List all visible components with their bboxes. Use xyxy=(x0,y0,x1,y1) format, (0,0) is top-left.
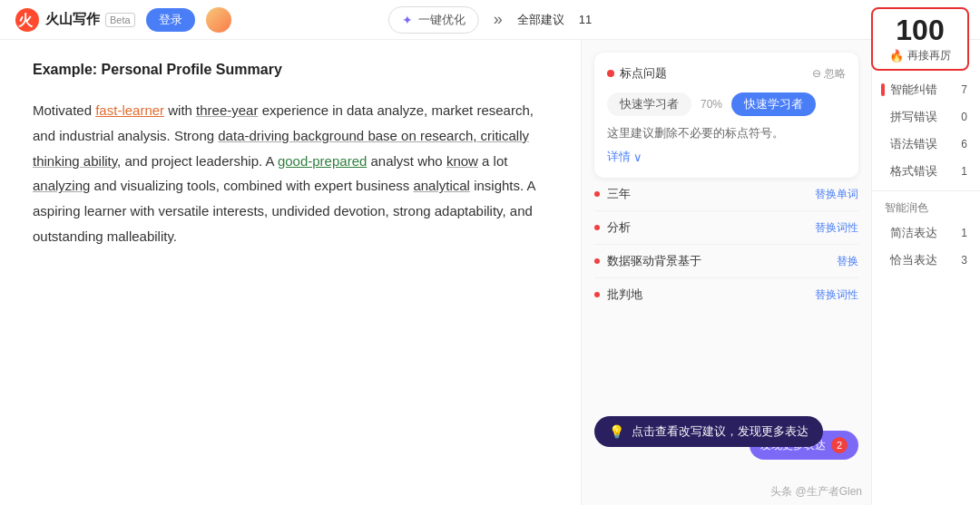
card-tag-label: 标点问题 xyxy=(620,65,667,82)
svg-text:火: 火 xyxy=(17,13,34,28)
list-item[interactable]: 三年 替换单词 xyxy=(594,178,858,211)
sidebar-item-format[interactable]: 格式错误 1 xyxy=(872,158,980,185)
watermark: 头条 @生产者Glen xyxy=(770,484,862,500)
main-area: Example: Personal Profile Summary Motiva… xyxy=(0,40,980,505)
list-item[interactable]: 分析 替换词性 xyxy=(594,211,858,245)
tooltip-popup: 💡 点击查看改写建议，发现更多表达 xyxy=(594,416,823,447)
suggestions-count: 11 xyxy=(579,13,592,26)
score-number: 100 xyxy=(889,15,951,46)
item-dot xyxy=(594,225,600,230)
beta-badge: Beta xyxy=(105,13,135,27)
login-button[interactable]: 登录 xyxy=(146,8,195,32)
word-compare: 快速学习者 70% 快速学习者 xyxy=(607,92,846,116)
sidebar-divider xyxy=(872,190,980,191)
ignore-button[interactable]: ⊖ 忽略 xyxy=(812,66,846,82)
suggestions-panel: 标点问题 ⊖ 忽略 快速学习者 70% 快速学习者 这里建议删除不必要的标点符号… xyxy=(581,40,871,505)
item-action[interactable]: 替换词性 xyxy=(815,220,858,236)
sidebar-item-label: 语法错误 xyxy=(890,136,937,152)
fire-icon: 🔥 xyxy=(889,49,904,63)
item-dot xyxy=(594,191,600,197)
sidebar-item-count: 0 xyxy=(961,111,967,123)
card-detail[interactable]: 详情 ∨ xyxy=(607,149,846,165)
doc-body: Motivated fast-learner with three-year e… xyxy=(33,98,548,249)
item-name: 数据驱动背景基于 xyxy=(607,253,833,269)
list-item[interactable]: 批判地 替换词性 xyxy=(594,278,858,311)
text-a-lot: a lot xyxy=(478,153,508,169)
sidebar-item-label: 智能纠错 xyxy=(890,82,937,98)
item-action[interactable]: 替换单词 xyxy=(815,187,858,202)
sidebar-item-concise[interactable]: 简洁表达 1 xyxy=(872,219,980,247)
top-nav: 火 火山写作 Beta 登录 ✦ 一键优化 » 全部建议 11 100 🔥 再接… xyxy=(0,0,980,40)
doc-title: Example: Personal Profile Summary xyxy=(33,62,548,78)
avatar[interactable] xyxy=(206,7,231,33)
editor-area: Example: Personal Profile Summary Motiva… xyxy=(0,40,581,505)
logo-area: 火 火山写作 Beta xyxy=(15,7,135,33)
tooltip-text: 点击查看改写建议，发现更多表达 xyxy=(632,423,808,440)
item-dot xyxy=(594,292,600,297)
sidebar-item-count: 1 xyxy=(961,165,967,178)
text-motivated: Motivated xyxy=(33,102,95,118)
right-sidebar: 全部建议 11 智能纠错 7 拼写错误 0 语法错误 6 格式错误 1 智能润色… xyxy=(871,40,980,505)
suggestion-card: 标点问题 ⊖ 忽略 快速学习者 70% 快速学习者 这里建议删除不必要的标点符号… xyxy=(594,53,858,178)
text-analytical: analytical xyxy=(413,178,470,193)
word-original: 快速学习者 xyxy=(607,92,691,116)
text-three-year: three-year xyxy=(196,102,258,118)
optimize-button[interactable]: ✦ 一键优化 xyxy=(388,6,479,34)
star-icon: ✦ xyxy=(402,13,413,27)
logo-icon: 火 xyxy=(15,7,40,33)
text-analyzing: analyzing xyxy=(33,178,90,193)
text-and-project: , and project leadership. A xyxy=(117,153,278,169)
score-box: 100 🔥 再接再厉 xyxy=(871,7,969,71)
sidebar-item-label: 恰当表达 xyxy=(890,252,937,268)
item-name: 分析 xyxy=(607,219,811,236)
sidebar-item-label: 拼写错误 xyxy=(890,109,937,125)
smart-label-text: 智能润色 xyxy=(885,201,928,214)
detail-label: 详情 xyxy=(607,149,631,165)
sidebar-item-label: 格式错误 xyxy=(890,163,937,180)
card-header: 标点问题 ⊖ 忽略 xyxy=(607,65,846,82)
sidebar-item-count: 3 xyxy=(961,254,967,267)
word-suggested[interactable]: 快速学习者 xyxy=(731,92,816,116)
optimize-label: 一键优化 xyxy=(418,12,466,28)
score-sub-text: 再接再厉 xyxy=(907,48,951,63)
sidebar-item-spelling[interactable]: 拼写错误 0 xyxy=(872,103,980,131)
card-desc: 这里建议删除不必要的标点符号。 xyxy=(607,125,846,141)
item-dot xyxy=(594,258,600,264)
logo-text: 火山写作 xyxy=(45,11,100,28)
card-tag-dot xyxy=(607,70,614,77)
list-item[interactable]: 数据驱动背景基于 替换 xyxy=(594,245,858,278)
ignore-label: 忽略 xyxy=(824,66,846,82)
text-know: know xyxy=(446,153,478,169)
suggestions-label: 全部建议 xyxy=(517,12,564,28)
discover-badge: 2 xyxy=(831,437,848,453)
chevron-down-icon: ∨ xyxy=(633,151,642,164)
text-analyst: analyst who xyxy=(367,153,446,169)
suggestion-list: 三年 替换单词 分析 替换词性 数据驱动背景基于 替换 批判地 替换词性 xyxy=(582,178,871,311)
text-with: with xyxy=(164,102,196,118)
sidebar-smart-polish-label: 智能润色 xyxy=(872,197,980,219)
nav-center: ✦ 一键优化 » 全部建议 11 xyxy=(388,6,592,34)
item-name: 三年 xyxy=(607,186,811,202)
item-action[interactable]: 替换 xyxy=(837,254,858,269)
word-percentage: 70% xyxy=(701,98,722,111)
more-button[interactable]: » xyxy=(490,10,506,29)
score-sub: 🔥 再接再厉 xyxy=(889,48,951,63)
bulb-icon: 💡 xyxy=(609,424,624,439)
text-and-vis: and visualizing tools, combined with exp… xyxy=(90,178,413,193)
sidebar-item-smart-correction[interactable]: 智能纠错 7 xyxy=(872,76,980,103)
sidebar-item-count: 6 xyxy=(961,138,967,151)
ignore-icon: ⊖ xyxy=(812,67,821,80)
text-good-prepared: good-prepared xyxy=(278,153,367,169)
sidebar-item-count: 7 xyxy=(961,83,967,96)
sidebar-item-appropriate[interactable]: 恰当表达 3 xyxy=(872,247,980,274)
item-name: 批判地 xyxy=(607,286,811,303)
text-fast-learner: fast-learner xyxy=(95,102,164,118)
sidebar-item-label: 简洁表达 xyxy=(890,225,937,241)
item-action[interactable]: 替换词性 xyxy=(815,287,858,303)
sidebar-item-grammar[interactable]: 语法错误 6 xyxy=(872,131,980,158)
sidebar-item-count: 1 xyxy=(961,227,967,239)
